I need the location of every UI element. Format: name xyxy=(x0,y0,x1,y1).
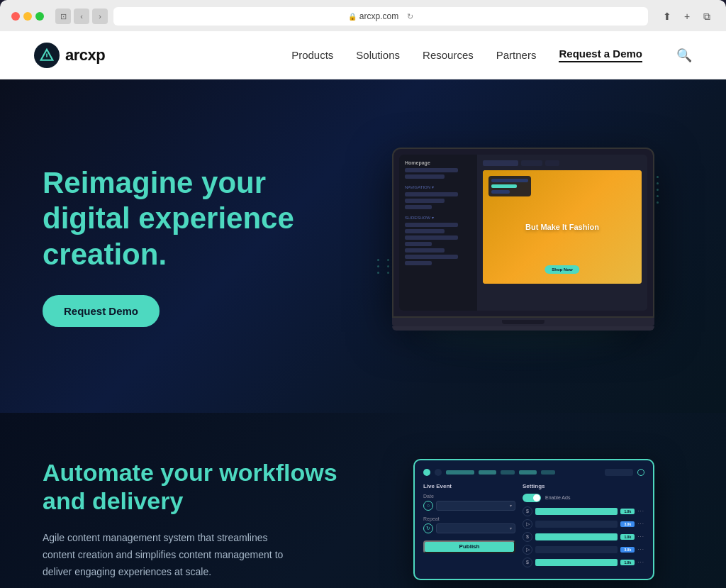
laptop-preview: But Make It Fashion Shop Now xyxy=(483,170,642,284)
ls-item xyxy=(405,261,432,265)
section2-description: Agile content management system that str… xyxy=(43,530,284,580)
ls-item xyxy=(405,229,445,233)
repeat-label: Repeat xyxy=(423,516,515,521)
row-badge-4: 3.0k xyxy=(620,547,635,553)
row-menu-4[interactable]: ··· xyxy=(637,546,644,553)
ls-item xyxy=(405,192,458,196)
ls-item xyxy=(405,174,445,179)
share-icon[interactable]: ⬆ xyxy=(659,9,675,24)
play-icon: ▷ xyxy=(523,519,532,529)
hero-section: Reimagine your digital experience creati… xyxy=(0,79,726,413)
laptop-sidebar: Homepage Navigation ▾ Slideshow ▾ xyxy=(399,155,477,311)
maximize-dot[interactable] xyxy=(35,12,44,21)
site-navigation: arcxp Products Solutions Resources Partn… xyxy=(0,31,726,79)
dashboard-btn-right xyxy=(605,469,633,476)
dashboard-body: Live Event Date ○ ▾ Repeat xyxy=(423,483,644,570)
chevron-down-icon: ▾ xyxy=(510,503,512,508)
row-bar-3 xyxy=(535,533,618,540)
dollar-icon: $ xyxy=(523,506,532,516)
ls-section: Navigation ▾ xyxy=(405,184,471,189)
fashion-button: Shop Now xyxy=(544,265,579,274)
ls-item xyxy=(405,223,458,227)
play-icon-2: ▷ xyxy=(523,545,532,555)
lock-icon: 🔒 xyxy=(348,13,357,21)
nav-resources[interactable]: Resources xyxy=(423,49,474,61)
new-tab-icon[interactable]: + xyxy=(679,9,695,24)
address-bar[interactable]: 🔒 arcxp.com ↻ xyxy=(113,7,648,26)
enable-ads-row: Enable Ads xyxy=(523,494,644,502)
ls-title: Homepage xyxy=(405,160,471,165)
dashboard-left-panel: Live Event Date ○ ▾ Repeat xyxy=(423,483,515,570)
hero-content: Reimagine your digital experience creati… xyxy=(43,165,363,327)
ls-item xyxy=(405,235,458,240)
row-badge-2: 3.0k xyxy=(620,521,635,527)
nav-products[interactable]: Products xyxy=(291,49,333,61)
row-badge-3: 1.0k xyxy=(620,534,635,540)
dashboard-mockup: Live Event Date ○ ▾ Repeat xyxy=(413,459,654,580)
dashboard-row-5: $ 1.0k ··· xyxy=(523,558,644,567)
dashboard-row-2: ▷ 3.0k ··· xyxy=(523,519,644,529)
ls-section: Slideshow ▾ xyxy=(405,215,471,220)
laptop-screen: Homepage Navigation ▾ Slideshow ▾ xyxy=(392,148,654,318)
close-dot[interactable] xyxy=(11,12,20,21)
browser-nav: ⊡ ‹ › xyxy=(55,9,108,24)
row-menu-1[interactable]: ··· xyxy=(637,508,644,514)
row-bar-4 xyxy=(535,546,618,553)
browser-dots xyxy=(11,12,44,21)
laptop-preview-content: But Make It Fashion Shop Now xyxy=(483,170,642,284)
publish-button[interactable]: Publish xyxy=(423,540,515,553)
date-select[interactable]: ▾ xyxy=(436,501,515,511)
refresh-icon[interactable]: ↻ xyxy=(407,12,413,21)
date-label: Date xyxy=(423,494,515,499)
ls-item xyxy=(405,248,445,253)
browser-chrome: ⊡ ‹ › 🔒 arcxp.com ↻ ⬆ + ⧉ xyxy=(0,0,726,31)
section2-title-plain: Automate your xyxy=(43,459,219,486)
laptop-mockup: Homepage Navigation ▾ Slideshow ▾ xyxy=(392,148,654,331)
back-button[interactable]: ‹ xyxy=(74,9,89,24)
section2-content: Automate your workflows and delivery Agi… xyxy=(43,458,342,581)
section2: Automate your workflows and delivery Agi… xyxy=(0,413,726,588)
windows-icon[interactable]: ⧉ xyxy=(699,9,715,24)
dashboard-dot-1 xyxy=(423,469,430,476)
ls-item xyxy=(405,242,432,246)
enable-ads-toggle[interactable] xyxy=(523,494,541,502)
forward-button[interactable]: › xyxy=(92,9,108,24)
logo-arc: arc xyxy=(65,46,88,64)
dashboard-tab xyxy=(501,470,515,475)
clock-icon: ○ xyxy=(423,501,433,511)
dashboard-tab xyxy=(541,470,555,475)
request-demo-button[interactable]: Request Demo xyxy=(43,295,160,327)
dashboard-row-1: $ 1.0k ··· xyxy=(523,506,644,516)
section2-title: Automate your workflows and delivery xyxy=(43,458,342,516)
ls-item xyxy=(405,199,445,203)
live-event-label: Live Event xyxy=(423,483,515,489)
logo[interactable]: arcxp xyxy=(34,43,105,68)
nav-solutions[interactable]: Solutions xyxy=(356,49,400,61)
repeat-icon: ↻ xyxy=(423,523,433,533)
chevron-down-icon: ▾ xyxy=(510,526,512,531)
row-menu-5[interactable]: ··· xyxy=(637,559,644,565)
window-icon[interactable]: ⊡ xyxy=(55,9,71,24)
enable-ads-label: Enable Ads xyxy=(545,495,570,500)
request-demo-link[interactable]: Request a Demo xyxy=(559,48,642,62)
row-menu-2[interactable]: ··· xyxy=(637,521,644,527)
row-bar-2 xyxy=(535,521,618,528)
row-bar-5 xyxy=(535,559,618,566)
repeat-select[interactable]: ▾ xyxy=(436,523,515,533)
hero-visual: Homepage Navigation ▾ Slideshow ▾ xyxy=(363,162,683,331)
row-menu-3[interactable]: ··· xyxy=(637,533,644,540)
row-badge-5: 1.0k xyxy=(620,560,635,565)
fashion-text: But Make It Fashion xyxy=(525,222,599,232)
logo-icon xyxy=(34,43,60,68)
search-icon[interactable]: 🔍 xyxy=(676,48,692,63)
minimize-dot[interactable] xyxy=(23,12,32,21)
dashboard-tab xyxy=(479,470,496,475)
dollar-icon-2: $ xyxy=(523,532,532,542)
ls-item xyxy=(405,255,458,259)
dashboard-tab xyxy=(446,470,474,475)
section2-visual: Live Event Date ○ ▾ Repeat xyxy=(384,459,683,580)
nav-partners[interactable]: Partners xyxy=(496,49,537,61)
dashboard-circle xyxy=(637,469,644,476)
laptop-stand xyxy=(392,326,654,331)
laptop-topbar xyxy=(483,160,642,166)
